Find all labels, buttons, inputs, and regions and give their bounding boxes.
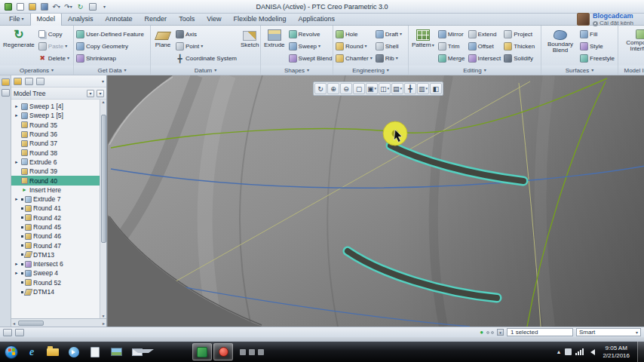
spin-center-button[interactable]: ╋ [404,83,416,94]
tray-app-icon[interactable] [565,348,572,355]
tree-horizontal-scrollbar[interactable]: ◂ ▸ [11,318,106,327]
taskbar-item-internet-explorer[interactable]: e [22,343,41,360]
tree-item[interactable]: Round 45 [11,222,100,232]
view-manager-button[interactable]: ◧ [430,83,442,94]
taskbar-item-recorder-running[interactable] [213,343,233,360]
expand-icon[interactable]: ▸ [14,103,20,109]
expand-icon[interactable]: ▸ [14,196,20,202]
copy-geometry-button[interactable]: Copy Geometry [75,40,145,52]
tab-view[interactable]: View [201,14,227,25]
tree-item[interactable]: DTM14 [11,287,100,296]
tree-show-button[interactable] [14,78,22,85]
channel-avatar[interactable] [577,13,590,26]
mirror-button[interactable]: Mirror [437,28,466,40]
tab-render[interactable]: Render [139,14,173,25]
style-button[interactable]: Style [579,40,615,52]
plane-button[interactable]: Plane [152,26,173,66]
round-button[interactable]: Round▾ [335,40,373,52]
toggle-browser-button[interactable] [15,329,24,336]
taskbar-item-media-player[interactable] [64,343,84,360]
taskbar-item-mail[interactable] [127,343,147,360]
customize-qat-button[interactable]: ▾ [100,2,109,11]
selection-filter-dropdown[interactable]: Smart▾ [576,328,641,336]
tree-item[interactable]: ▸Sweep 1 [5] [11,111,100,120]
taskbar-item-document-app[interactable] [85,343,105,360]
extrude-button[interactable]: Extrude [262,26,287,66]
new-button[interactable] [15,2,25,11]
dropdown-icon[interactable]: ▾ [102,79,104,84]
sketch-button[interactable]: Sketch [239,26,260,66]
coordinate-system-button[interactable]: ╋Coordinate System [175,52,238,64]
expand-icon[interactable]: ▸ [14,112,20,118]
scroll-right-icon[interactable]: ▸ [101,321,106,326]
open-button[interactable] [27,2,37,11]
shell-button[interactable]: Shell [375,40,403,52]
solidify-button[interactable]: Solidify [503,52,535,64]
scroll-left-icon[interactable]: ◂ [11,321,17,326]
tree-item[interactable]: Round 38 [11,148,100,157]
chamfer-button[interactable]: Chamfer▾ [335,52,373,64]
tree-item[interactable]: Round 37 [11,139,100,148]
regenerate-quick-button[interactable]: ↻ [75,2,85,11]
tree-item[interactable]: Round 35 [11,121,100,130]
tree-filter-button[interactable]: ▾ [87,90,94,97]
zoom-in-button[interactable]: ⊕ [327,83,339,94]
component-interface-button[interactable]: Component Interface [620,26,644,66]
scrollbar-thum b[interactable] [101,115,106,243]
axis-button[interactable]: Axis [175,28,238,40]
taskbar-clock[interactable]: 9:05 AM2/21/2016 [603,345,630,360]
tab-analysis[interactable]: Analysis [62,14,100,25]
tree-item[interactable]: Round 46 [11,232,100,241]
zoom-out-button[interactable]: ⊖ [340,83,352,94]
regenerate-button[interactable]: ↻ Regenerate [2,26,36,66]
undo-button[interactable]: ↶▾ [51,2,61,11]
channel-settings-link[interactable]: Cài đặt kênh [593,20,633,27]
tree-item[interactable]: ▸Extrude 6 [11,158,100,167]
tab-file[interactable]: File▾ [3,14,30,25]
tree-vertical-scrollbar[interactable]: ▲ ▼ [100,100,106,318]
taskbar-item-photo-app[interactable] [106,343,126,360]
expand-icon[interactable]: ▸ [14,261,20,267]
tab-applications[interactable]: Applications [293,14,342,25]
thicken-button[interactable]: Thicken [503,40,535,52]
group-label-model-intent[interactable]: Model Intent▾ [618,66,644,75]
group-label-surfaces[interactable]: Surfaces▾ [541,66,618,75]
tree-item[interactable]: ▸Intersect 6 [11,259,100,268]
tree-item-selected[interactable]: Round 40 [11,176,100,185]
app-logo-button[interactable] [3,2,13,11]
extend-button[interactable]: Extend [468,28,502,40]
datum-display-button[interactable]: ◫▾ [379,83,391,94]
tab-annotate[interactable]: Annotate [100,14,139,25]
navigator-folder-icon[interactable] [2,78,10,86]
show-desktop-button[interactable] [637,342,644,362]
freestyle-button[interactable]: Freestyle [579,52,615,64]
taskbar-item-explorer[interactable] [43,343,63,360]
group-label-get-data[interactable]: Get Data▾ [74,66,150,75]
tree-item[interactable]: Round 47 [11,241,100,250]
tree-item[interactable]: Round 41 [11,204,100,213]
hole-button[interactable]: Hole [335,28,373,40]
tree-item[interactable]: Round 39 [11,167,100,176]
toggle-model-tree-button[interactable] [3,329,12,336]
swept-blend-button[interactable]: Swept Blend [288,52,333,64]
draft-button[interactable]: Draft▾ [375,28,403,40]
tree-item[interactable]: DTM13 [11,250,100,259]
trim-button[interactable]: Trim [437,40,466,52]
redo-button[interactable]: ↷▾ [63,2,73,11]
tree-columns-button[interactable]: ▾ [97,90,104,97]
volume-icon[interactable] [587,349,595,355]
expand-icon[interactable]: ▸ [14,270,20,276]
tab-model[interactable]: Model [30,13,63,26]
offset-button[interactable]: Offset [468,40,502,52]
boundary-blend-button[interactable]: Boundary Blend [543,26,578,66]
shrinkwrap-button[interactable]: Shrinkwrap [75,52,145,64]
group-label-engineering[interactable]: Engineering▾ [333,66,408,75]
graphics-area[interactable]: ↻ ⊕ ⊖ ▢ ▣▾ ◫▾ ▤▾ ╋ ▥▾ ◧ [108,75,644,327]
network-icon[interactable] [575,348,584,355]
repaint-button[interactable]: ↻ [314,83,327,94]
tree-item[interactable]: ▸Sweep 4 [11,268,100,278]
3d-viewport-canvas[interactable] [108,75,644,327]
filter-funnel-icon[interactable]: ▾ [497,329,504,336]
pattern-button[interactable]: Pattern▾ [410,26,436,66]
annotation-display-button[interactable]: ▤▾ [391,83,403,94]
